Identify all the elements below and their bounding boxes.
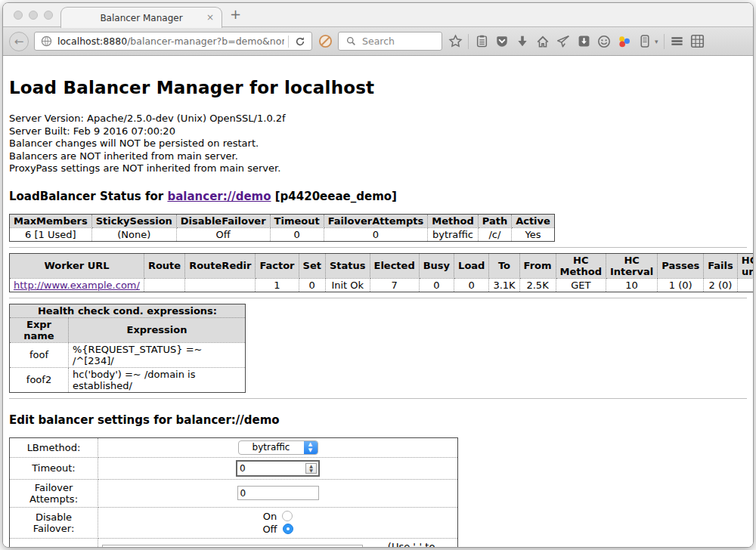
disable-failover-row: Disable Failover: On Off [10, 507, 458, 538]
server-version: Server Version: Apache/2.5.0-dev (Unix) … [9, 113, 747, 125]
sticky-session-note: (Use '-' to delete) [369, 541, 454, 548]
divider [9, 247, 747, 248]
balancer-link[interactable]: balancer://demo [167, 190, 271, 203]
minimize-window-button[interactable] [29, 11, 38, 20]
search-placeholder: Search [362, 36, 395, 47]
url-bar[interactable]: localhost:8880/balancer-manager?b=demo&n… [34, 32, 312, 51]
number-spinner-icon[interactable]: ▲▼ [305, 463, 317, 474]
disable-failover-label: Disable Failover: [10, 507, 98, 538]
page-title: Load Balancer Manager for localhost [9, 78, 747, 97]
timeout-input-wrap: ▲▼ [236, 460, 320, 477]
sticky-session-input[interactable] [102, 545, 363, 548]
url-text[interactable]: localhost:8880/balancer-manager?b=demo&n… [57, 36, 284, 47]
lbmethod-label: LBmethod: [10, 437, 98, 457]
balancer-status-table: MaxMembers StickySession DisableFailover… [9, 214, 555, 242]
feedback-smiley-icon[interactable] [596, 34, 612, 49]
close-window-button[interactable] [14, 11, 23, 20]
divider [9, 298, 747, 298]
back-button[interactable]: ← [9, 32, 29, 51]
notice-inherit-balancers: Balancers are NOT inherited from main se… [9, 150, 747, 163]
zoom-window-button[interactable] [44, 11, 53, 20]
server-built: Server Built: Feb 9 2016 07:00:20 [9, 125, 747, 138]
table-row: foof2 hc('body') =~ /domain is establish… [10, 367, 246, 392]
failover-attempts-row: Failover Attempts: [10, 479, 458, 507]
hello-dots-icon[interactable] [617, 34, 632, 49]
status-heading: LoadBalancer Status for balancer://demo … [9, 190, 747, 203]
lbmethod-row: LBmethod: bytraffic ▲▼ [10, 437, 458, 457]
browser-window: Balancer Manager × + ← localhost:8880/ba… [2, 2, 754, 548]
pocket-icon[interactable] [494, 34, 510, 49]
table-row: http://www.example.com/ 1 0 Init Ok 7 0 … [10, 278, 754, 292]
disable-failover-off-radio[interactable] [283, 524, 293, 534]
failover-attempts-label: Failover Attempts: [10, 479, 98, 507]
new-tab-button[interactable]: + [230, 8, 241, 21]
navigation-toolbar: ← localhost:8880/balancer-manager?b=demo… [3, 27, 753, 56]
page-content: Load Balancer Manager for localhost Serv… [3, 56, 753, 548]
divider [9, 398, 747, 399]
reading-list-icon[interactable] [474, 34, 489, 49]
home-icon[interactable] [535, 34, 550, 49]
edit-balancer-form: LBmethod: bytraffic ▲▼ Timeout: ▲▼ [9, 437, 458, 548]
radio-off-label: Off [262, 523, 277, 536]
radio-on-label: On [263, 510, 277, 523]
timeout-row: Timeout: ▲▼ [10, 457, 458, 479]
tab-close-icon[interactable]: × [206, 12, 214, 23]
table-row: foof %{REQUEST_STATUS} =~ /^[234]/ [10, 342, 246, 367]
globe-icon [39, 34, 54, 49]
table-header-row: Worker URL Route RouteRedir Factor Set S… [10, 253, 754, 278]
bookmark-star-icon[interactable] [448, 34, 463, 49]
send-icon[interactable] [556, 34, 571, 49]
sync-device-icon[interactable] [637, 34, 652, 49]
edit-settings-heading: Edit balancer settings for balancer://de… [9, 413, 747, 427]
worker-url-link[interactable]: http://www.example.com/ [14, 280, 140, 291]
select-stepper-icon: ▲▼ [304, 440, 318, 455]
search-bar[interactable]: Search [338, 32, 442, 51]
lbmethod-select[interactable]: bytraffic ▲▼ [238, 440, 318, 455]
table-header-row: Expr name Expression [10, 317, 246, 342]
notice-persist: Balancer changes will NOT be persisted o… [9, 138, 747, 150]
content-block-icon[interactable] [318, 34, 333, 49]
notice-inherit-proxypass: ProxyPass settings are NOT inherited fro… [9, 162, 747, 175]
timeout-input[interactable] [237, 462, 304, 475]
worker-table: Worker URL Route RouteRedir Factor Set S… [9, 253, 753, 292]
sticky-session-row: Sticky Session: (Use '-' to delete) [10, 538, 458, 548]
failover-attempts-input[interactable] [237, 486, 319, 500]
tab-bar: Balancer Manager × + [3, 3, 753, 27]
chevron-down-icon[interactable]: ▾ [655, 38, 658, 45]
tab-title: Balancer Manager [100, 13, 182, 23]
window-controls [14, 11, 53, 20]
disable-failover-on-radio[interactable] [282, 511, 293, 521]
sticky-session-label: Sticky Session: [10, 538, 98, 548]
tab-balancer-manager[interactable]: Balancer Manager × [60, 7, 222, 28]
reload-icon[interactable] [293, 34, 308, 49]
table-row: 6 [1 Used] (None) Off 0 0 bytraffic /c/ … [10, 227, 555, 241]
search-icon [343, 34, 358, 49]
health-check-table: Health check cond. expressions: Expr nam… [9, 304, 246, 393]
save-page-icon[interactable] [576, 34, 591, 49]
table-title-row: Health check cond. expressions: [10, 304, 246, 317]
tiles-icon[interactable] [690, 34, 705, 49]
timeout-label: Timeout: [10, 457, 98, 479]
downloads-icon[interactable] [515, 34, 530, 49]
menu-icon[interactable] [670, 34, 685, 49]
table-header-row: MaxMembers StickySession DisableFailover… [10, 214, 555, 227]
